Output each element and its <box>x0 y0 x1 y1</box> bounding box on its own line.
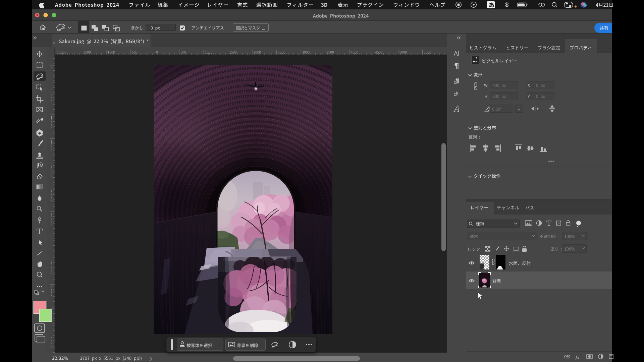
svg-text:fx: fx <box>576 355 579 360</box>
